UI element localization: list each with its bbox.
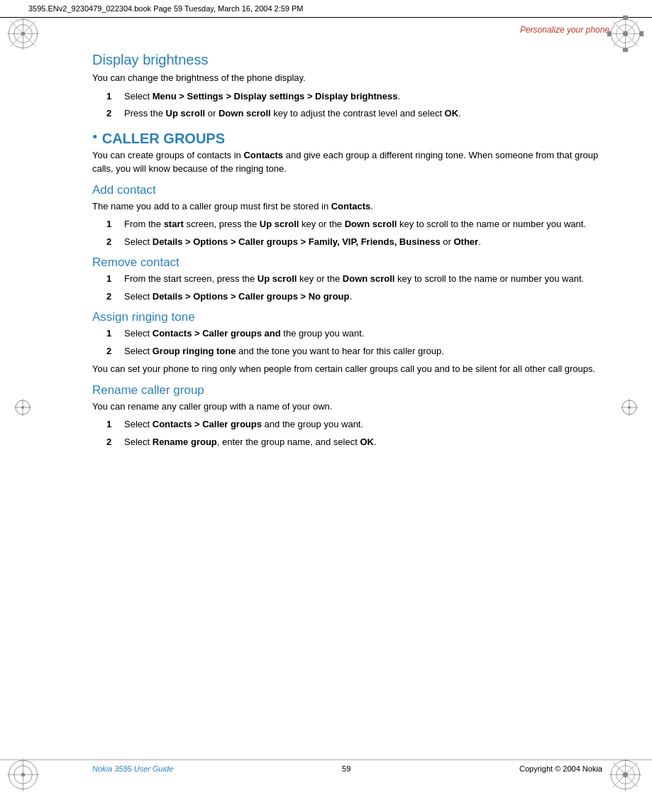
step-rc-1-content: From the start screen, press the Up scro…	[124, 272, 602, 286]
svg-rect-15	[607, 31, 612, 36]
step-ac-2: 2 Select Details > Options > Caller grou…	[106, 235, 602, 249]
step-rcg-1: 1 Select Contacts > Caller groups and th…	[106, 417, 602, 432]
svg-point-17	[623, 31, 628, 36]
step-db-2-num: 2	[106, 106, 124, 121]
step-rc-2-content: Select Details > Options > Caller groups…	[124, 290, 602, 304]
assign-ringing-tone-title: Assign ringing tone	[92, 310, 602, 324]
caller-groups-header: • CALLER GROUPS	[92, 131, 602, 147]
page-header: Personalize your phone	[0, 18, 652, 35]
caller-groups-body: You can create groups of contacts in Con…	[92, 148, 602, 176]
deco-top-left	[4, 14, 46, 57]
mid-crosshair-left	[13, 397, 33, 420]
step-rc-1: 1 From the start screen, press the Up sc…	[106, 272, 602, 286]
assign-ringing-tone-steps: 1 Select Contacts > Caller groups and th…	[106, 327, 602, 358]
step-rcg-2-content: Select Rename group, enter the group nam…	[124, 435, 602, 449]
add-contact-title: Add contact	[92, 183, 602, 197]
step-art-2-content: Select Group ringing tone and the tone y…	[124, 344, 602, 358]
rename-caller-group-body: You can rename any caller group with a n…	[92, 400, 602, 414]
step-rcg-1-content: Select Contacts > Caller groups and the …	[124, 417, 602, 432]
svg-rect-16	[640, 31, 644, 36]
main-content: Display brightness You can change the br…	[0, 40, 652, 467]
footer-left: Nokia 3595 User Guide	[92, 764, 173, 773]
svg-point-6	[21, 32, 26, 36]
step-db-1: 1 Select Menu > Settings > Display setti…	[106, 89, 602, 104]
remove-contact-title: Remove contact	[92, 256, 602, 270]
step-art-1-num: 1	[106, 327, 124, 341]
deco-top-right	[606, 14, 648, 57]
top-bar-text: 3595.ENv2_9230479_022304.book Page 59 Tu…	[28, 4, 304, 13]
step-rcg-1-num: 1	[106, 417, 124, 432]
page-footer: Nokia 3595 User Guide 59 Copyright © 200…	[0, 759, 652, 773]
bullet-dot: •	[92, 129, 98, 145]
step-rc-2: 2 Select Details > Options > Caller grou…	[106, 290, 602, 304]
assign-ringing-tone-extra: You can set your phone to ring only when…	[92, 362, 602, 376]
step-rc-1-num: 1	[106, 272, 124, 286]
step-art-1: 1 Select Contacts > Caller groups and th…	[106, 327, 602, 341]
step-db-1-num: 1	[106, 89, 124, 104]
svg-point-22	[21, 773, 26, 777]
rename-caller-group-title: Rename caller group	[92, 383, 602, 397]
footer-center: 59	[342, 764, 350, 773]
step-ac-1: 1 From the start screen, press the Up sc…	[106, 217, 602, 231]
step-ac-1-num: 1	[106, 217, 124, 231]
step-rcg-2: 2 Select Rename group, enter the group n…	[106, 435, 602, 449]
step-ac-2-content: Select Details > Options > Caller groups…	[124, 235, 602, 249]
step-rc-2-num: 2	[106, 290, 124, 304]
step-art-1-content: Select Contacts > Caller groups and the …	[124, 327, 602, 341]
step-art-2: 2 Select Group ringing tone and the tone…	[106, 344, 602, 358]
svg-point-33	[21, 406, 24, 409]
add-contact-steps: 1 From the start screen, press the Up sc…	[106, 217, 602, 248]
remove-contact-steps: 1 From the start screen, press the Up sc…	[106, 272, 602, 303]
step-db-2: 2 Press the Up scroll or Down scroll key…	[106, 106, 602, 121]
svg-rect-14	[623, 48, 628, 53]
step-ac-1-content: From the start screen, press the Up scro…	[124, 217, 602, 231]
display-brightness-body: You can change the brightness of the pho…	[92, 71, 602, 85]
step-ac-2-num: 2	[106, 235, 124, 249]
step-art-2-num: 2	[106, 344, 124, 358]
mid-crosshair-right	[619, 397, 639, 420]
caller-groups-title: CALLER GROUPS	[102, 131, 225, 147]
svg-point-37	[628, 406, 631, 409]
display-brightness-title: Display brightness	[92, 52, 602, 68]
step-rcg-2-num: 2	[106, 435, 124, 449]
footer-right: Copyright © 2004 Nokia	[519, 764, 602, 773]
top-bar: 3595.ENv2_9230479_022304.book Page 59 Tu…	[0, 0, 652, 18]
header-label: Personalize your phone	[520, 25, 609, 35]
add-contact-body: The name you add to a caller group must …	[92, 199, 602, 214]
svg-rect-13	[623, 16, 628, 20]
display-brightness-steps: 1 Select Menu > Settings > Display setti…	[106, 89, 602, 121]
step-db-2-content: Press the Up scroll or Down scroll key t…	[124, 106, 602, 121]
rename-caller-group-steps: 1 Select Contacts > Caller groups and th…	[106, 417, 602, 449]
step-db-1-content: Select Menu > Settings > Display setting…	[124, 89, 602, 104]
